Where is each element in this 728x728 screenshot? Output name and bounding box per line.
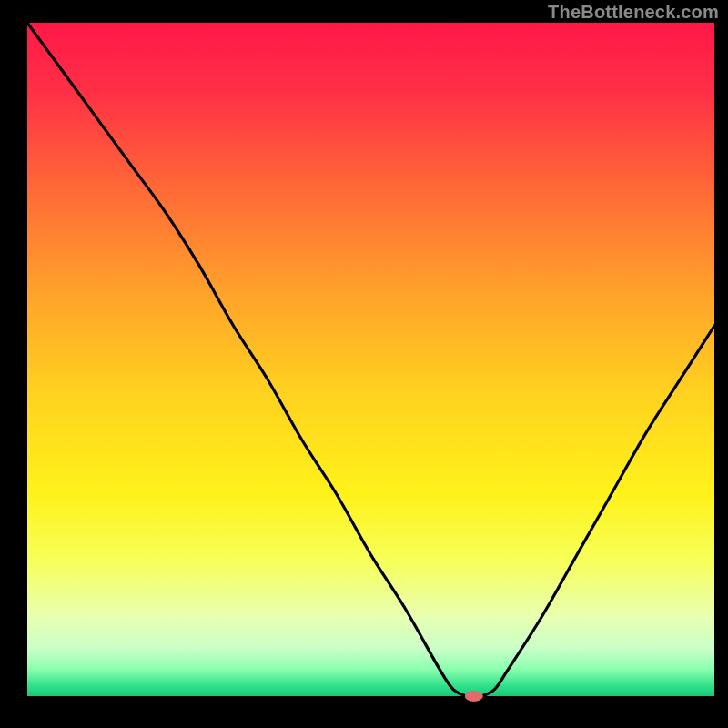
optimal-marker <box>465 691 483 702</box>
chart-svg <box>0 0 728 728</box>
watermark-text: TheBottleneck.com <box>548 2 719 23</box>
chart-stage: TheBottleneck.com <box>0 0 728 728</box>
plot-background <box>27 23 714 696</box>
